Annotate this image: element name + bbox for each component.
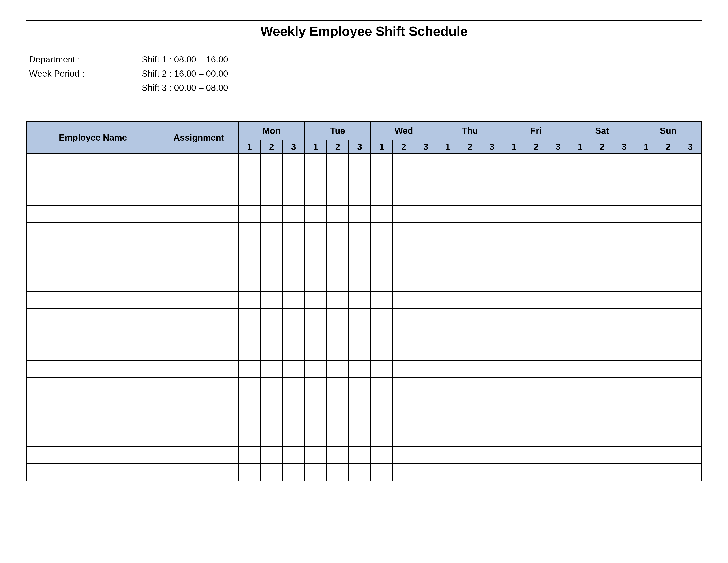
cell-assignment[interactable] bbox=[159, 309, 238, 326]
cell-shift[interactable] bbox=[283, 171, 305, 188]
cell-shift[interactable] bbox=[283, 326, 305, 343]
cell-shift[interactable] bbox=[547, 257, 569, 274]
cell-shift[interactable] bbox=[657, 446, 679, 464]
cell-shift[interactable] bbox=[635, 360, 657, 378]
cell-shift[interactable] bbox=[327, 188, 349, 205]
cell-shift[interactable] bbox=[547, 464, 569, 481]
cell-shift[interactable] bbox=[305, 429, 327, 446]
cell-shift[interactable] bbox=[481, 343, 503, 360]
cell-shift[interactable] bbox=[547, 292, 569, 309]
cell-shift[interactable] bbox=[305, 309, 327, 326]
cell-shift[interactable] bbox=[238, 395, 261, 412]
cell-shift[interactable] bbox=[569, 188, 591, 205]
cell-shift[interactable] bbox=[393, 395, 415, 412]
cell-shift[interactable] bbox=[393, 412, 415, 429]
cell-employee-name[interactable] bbox=[27, 188, 159, 205]
cell-shift[interactable] bbox=[393, 343, 415, 360]
cell-shift[interactable] bbox=[305, 464, 327, 481]
cell-shift[interactable] bbox=[437, 205, 459, 222]
cell-shift[interactable] bbox=[657, 326, 679, 343]
cell-shift[interactable] bbox=[393, 292, 415, 309]
cell-shift[interactable] bbox=[459, 446, 481, 464]
cell-shift[interactable] bbox=[305, 446, 327, 464]
cell-shift[interactable] bbox=[503, 257, 525, 274]
cell-employee-name[interactable] bbox=[27, 274, 159, 292]
cell-shift[interactable] bbox=[481, 326, 503, 343]
cell-shift[interactable] bbox=[591, 205, 613, 222]
cell-shift[interactable] bbox=[657, 154, 679, 171]
cell-shift[interactable] bbox=[635, 412, 657, 429]
cell-assignment[interactable] bbox=[159, 464, 238, 481]
cell-shift[interactable] bbox=[679, 240, 701, 257]
cell-shift[interactable] bbox=[459, 188, 481, 205]
cell-shift[interactable] bbox=[481, 395, 503, 412]
cell-shift[interactable] bbox=[613, 446, 635, 464]
cell-shift[interactable] bbox=[261, 274, 283, 292]
cell-shift[interactable] bbox=[349, 378, 371, 395]
cell-shift[interactable] bbox=[393, 205, 415, 222]
cell-shift[interactable] bbox=[238, 257, 261, 274]
cell-shift[interactable] bbox=[635, 429, 657, 446]
cell-shift[interactable] bbox=[437, 222, 459, 240]
cell-shift[interactable] bbox=[393, 309, 415, 326]
cell-shift[interactable] bbox=[437, 309, 459, 326]
cell-shift[interactable] bbox=[569, 395, 591, 412]
cell-employee-name[interactable] bbox=[27, 240, 159, 257]
cell-shift[interactable] bbox=[679, 360, 701, 378]
cell-shift[interactable] bbox=[261, 240, 283, 257]
cell-shift[interactable] bbox=[657, 360, 679, 378]
cell-shift[interactable] bbox=[238, 326, 261, 343]
cell-shift[interactable] bbox=[613, 378, 635, 395]
cell-shift[interactable] bbox=[371, 429, 393, 446]
cell-shift[interactable] bbox=[525, 309, 547, 326]
cell-shift[interactable] bbox=[349, 360, 371, 378]
cell-shift[interactable] bbox=[437, 274, 459, 292]
cell-shift[interactable] bbox=[371, 257, 393, 274]
cell-shift[interactable] bbox=[503, 292, 525, 309]
cell-shift[interactable] bbox=[393, 464, 415, 481]
cell-shift[interactable] bbox=[657, 395, 679, 412]
cell-shift[interactable] bbox=[415, 343, 437, 360]
cell-shift[interactable] bbox=[459, 205, 481, 222]
cell-shift[interactable] bbox=[635, 395, 657, 412]
cell-shift[interactable] bbox=[547, 360, 569, 378]
cell-shift[interactable] bbox=[415, 464, 437, 481]
cell-assignment[interactable] bbox=[159, 343, 238, 360]
cell-shift[interactable] bbox=[503, 360, 525, 378]
cell-shift[interactable] bbox=[437, 292, 459, 309]
cell-shift[interactable] bbox=[349, 274, 371, 292]
cell-shift[interactable] bbox=[371, 292, 393, 309]
cell-shift[interactable] bbox=[371, 464, 393, 481]
cell-shift[interactable] bbox=[547, 395, 569, 412]
cell-shift[interactable] bbox=[415, 257, 437, 274]
cell-employee-name[interactable] bbox=[27, 395, 159, 412]
cell-shift[interactable] bbox=[591, 378, 613, 395]
cell-assignment[interactable] bbox=[159, 240, 238, 257]
cell-shift[interactable] bbox=[305, 240, 327, 257]
cell-shift[interactable] bbox=[327, 412, 349, 429]
cell-shift[interactable] bbox=[327, 222, 349, 240]
cell-shift[interactable] bbox=[679, 395, 701, 412]
cell-shift[interactable] bbox=[613, 343, 635, 360]
cell-shift[interactable] bbox=[569, 171, 591, 188]
cell-shift[interactable] bbox=[569, 464, 591, 481]
cell-shift[interactable] bbox=[481, 309, 503, 326]
cell-shift[interactable] bbox=[613, 171, 635, 188]
cell-shift[interactable] bbox=[283, 343, 305, 360]
cell-shift[interactable] bbox=[393, 240, 415, 257]
cell-assignment[interactable] bbox=[159, 188, 238, 205]
cell-employee-name[interactable] bbox=[27, 171, 159, 188]
cell-shift[interactable] bbox=[679, 429, 701, 446]
cell-shift[interactable] bbox=[481, 257, 503, 274]
cell-shift[interactable] bbox=[569, 326, 591, 343]
cell-shift[interactable] bbox=[261, 154, 283, 171]
cell-shift[interactable] bbox=[657, 240, 679, 257]
cell-shift[interactable] bbox=[657, 429, 679, 446]
cell-assignment[interactable] bbox=[159, 360, 238, 378]
cell-shift[interactable] bbox=[613, 309, 635, 326]
cell-shift[interactable] bbox=[349, 171, 371, 188]
cell-shift[interactable] bbox=[503, 395, 525, 412]
cell-shift[interactable] bbox=[415, 395, 437, 412]
cell-shift[interactable] bbox=[525, 222, 547, 240]
cell-shift[interactable] bbox=[591, 240, 613, 257]
